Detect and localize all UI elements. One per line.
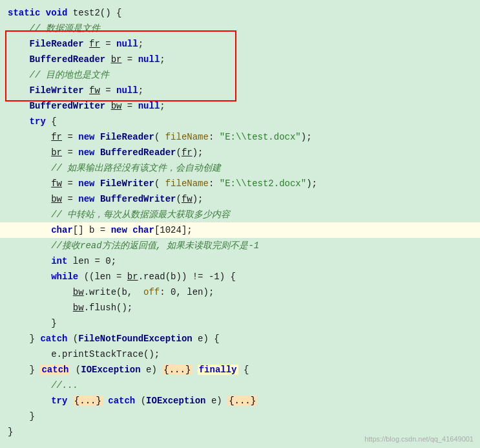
code-line-14: // 中转站，每次从数据源最大获取多少内容 <box>0 207 480 222</box>
code-line-10: br = new BufferedReader(fr); <box>0 145 480 160</box>
code-line-20: bw.flush(); <box>0 300 480 315</box>
code-line-23: e.printStackTrace(); <box>0 347 480 362</box>
code-line-3: FileReader fr = null; <box>0 36 480 52</box>
code-line-22: } catch (FileNotFoundException e) { <box>0 331 480 347</box>
watermark: https://blog.csdn.net/qq_41649001 <box>364 435 474 443</box>
code-line-6: FileWriter fw = null; <box>0 83 480 98</box>
code-line-8: try { <box>0 114 480 129</box>
code-line-17: int len = 0; <box>0 253 480 269</box>
code-line-1: static void test2() { <box>0 5 480 21</box>
code-line-16: //接收read方法的返回值, 如果未读取完则不是-1 <box>0 238 480 253</box>
code-line-13: bw = new BufferedWriter(fw); <box>0 191 480 207</box>
code-line-25: //... <box>0 378 480 393</box>
code-line-26: try {...} catch (IOException e) {...} <box>0 393 480 409</box>
code-line-24: } catch (IOException e) {...} finally { <box>0 362 480 378</box>
code-line-7: BufferedWriter bw = null; <box>0 98 480 114</box>
code-line-4: BufferedReader br = null; <box>0 52 480 67</box>
code-line-11: // 如果输出路径没有该文件，会自动创建 <box>0 160 480 176</box>
code-line-2: // 数据源是文件 <box>0 21 480 36</box>
code-line-15: char[] b = new char[1024]; <box>0 222 480 238</box>
code-line-12: fw = new FileWriter( fileName: "E:\\test… <box>0 176 480 191</box>
code-line-5: // 目的地也是文件 <box>0 67 480 83</box>
code-line-18: while ((len = br.read(b)) != -1) { <box>0 269 480 284</box>
code-line-27: } <box>0 409 480 424</box>
code-line-9: fr = new FileReader( fileName: "E:\\test… <box>0 129 480 145</box>
code-line-21: } <box>0 315 480 331</box>
code-container: static void test2() { // 数据源是文件 FileRead… <box>0 0 480 448</box>
code-line-19: bw.write(b, off: 0, len); <box>0 284 480 300</box>
